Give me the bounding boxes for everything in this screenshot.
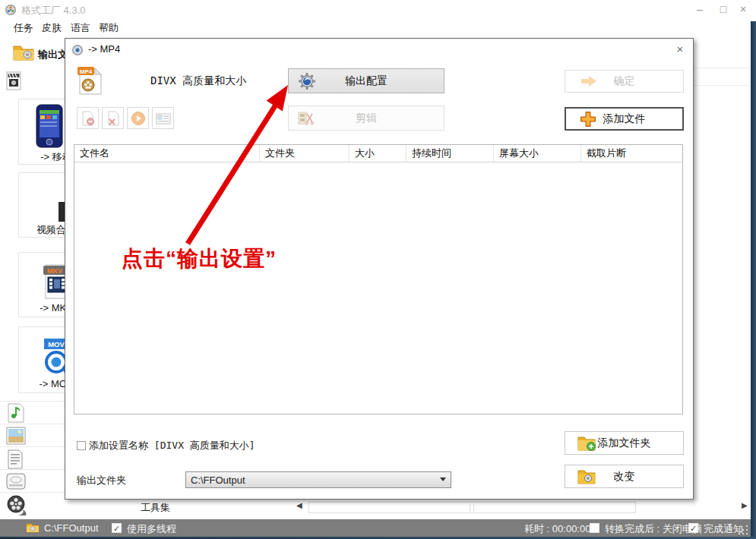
column-screen-size[interactable]: 屏幕大小	[494, 145, 581, 162]
menu-help[interactable]: 帮助	[99, 21, 119, 35]
play-preview-button[interactable]	[127, 107, 149, 129]
add-folder-icon	[577, 435, 597, 452]
output-folder-combobox[interactable]: C:\FFOutput	[185, 471, 451, 488]
app-logo-icon	[5, 4, 17, 16]
music-note-icon	[7, 403, 25, 423]
desktop-edge-right	[751, 21, 756, 539]
notify-label[interactable]: 完成通知	[704, 522, 743, 536]
file-table-header: 文件名 文件夹 大小 持续时间 屏幕大小 截取片断	[74, 145, 682, 162]
file-table: 文件名 文件夹 大小 持续时间 屏幕大小 截取片断	[74, 144, 683, 414]
output-folder-label: 输出文件夹	[77, 474, 126, 487]
statusbar-folder-icon	[26, 522, 40, 533]
picture-icon	[6, 427, 26, 445]
shutdown-after-checkbox[interactable]	[590, 523, 599, 533]
dialog-title-icon	[71, 44, 84, 56]
remove-file-button[interactable]	[77, 107, 99, 129]
output-config-label: 输出配置	[345, 74, 387, 88]
change-folder-button[interactable]: 改变	[565, 465, 684, 488]
category-rom-device[interactable]	[0, 471, 65, 493]
elapsed-time: 耗时 : 00:00:00	[524, 522, 590, 536]
mobile-phone-icon	[36, 104, 63, 148]
output-config-button[interactable]: 输出配置	[288, 68, 444, 93]
minimize-button[interactable]: –	[690, 0, 710, 19]
clip-button[interactable]: 剪辑	[288, 106, 444, 131]
dialog-close-button[interactable]: ×	[672, 42, 688, 57]
column-duration[interactable]: 持续时间	[406, 145, 494, 162]
add-folder-label: 添加文件夹	[598, 437, 651, 450]
multithread-checkbox[interactable]: ✓	[112, 523, 122, 533]
film-reel-icon	[6, 494, 27, 517]
mp4-settings-dialog: -> MP4 × MP4 DIVX 高质量和大小	[65, 38, 694, 500]
category-video[interactable]	[0, 493, 65, 519]
add-file-button[interactable]: 添加文件	[565, 107, 684, 131]
resize-grip[interactable]	[739, 525, 748, 534]
column-filename[interactable]: 文件名	[74, 145, 260, 162]
preset-name: DIVX 高质量和大小	[150, 74, 246, 88]
menu-language[interactable]: 语言	[71, 21, 90, 35]
film-clapper-icon	[6, 71, 23, 91]
video-category-tab[interactable]	[6, 71, 26, 93]
ok-label: 确定	[614, 74, 635, 88]
clip-scissors-icon	[298, 111, 315, 126]
category-picture[interactable]	[0, 425, 65, 448]
menu-skin[interactable]: 皮肤	[42, 21, 62, 35]
statusbar-output-path[interactable]: C:\FFOutput	[44, 522, 99, 534]
maximize-button[interactable]: □	[713, 0, 733, 19]
mp4-badge: MP4	[80, 68, 93, 75]
clip-label: 剪辑	[356, 112, 377, 125]
clear-list-button[interactable]	[102, 107, 124, 129]
add-setting-label[interactable]: 添加设置名称 [DIVX 高质量和大小]	[89, 439, 255, 452]
clear-list-icon	[106, 111, 121, 126]
column-size[interactable]: 大小	[350, 145, 406, 162]
rom-device-icon	[6, 473, 26, 490]
category-document[interactable]	[0, 448, 65, 471]
play-icon	[131, 111, 146, 126]
mov-badge: MOV	[48, 340, 65, 348]
menu-task[interactable]: 任务	[14, 21, 33, 35]
close-button[interactable]: ×	[733, 0, 753, 19]
statusbar: C:\FFOutput ✓ 使用多线程 耗时 : 00:00:00 转换完成后 …	[0, 519, 756, 537]
category-audio[interactable]	[0, 402, 65, 424]
chevron-down-icon[interactable]	[440, 478, 446, 481]
add-file-label: 添加文件	[603, 112, 646, 126]
column-folder[interactable]: 文件夹	[260, 145, 350, 162]
file-info-button[interactable]	[152, 107, 174, 129]
change-label: 改变	[614, 470, 635, 484]
menubar: 任务 皮肤 语言 帮助	[0, 19, 756, 36]
change-folder-icon	[577, 468, 597, 485]
add-setting-checkbox[interactable]	[77, 441, 86, 450]
output-folder-value: C:\FFOutput	[191, 474, 245, 486]
file-info-icon	[156, 111, 171, 126]
shutdown-after-label[interactable]: 转换完成后 : 关闭电脑	[605, 522, 702, 536]
add-folder-button[interactable]: 添加文件夹	[565, 431, 684, 455]
mkv-badge: MKV	[47, 267, 62, 275]
folder-icon	[12, 43, 35, 61]
window-title: 格式工厂 4.3.0	[21, 4, 86, 17]
desktop: 格式工厂 4.3.0 – □ × 任务 皮肤 语言 帮助 输出文	[0, 0, 756, 539]
ok-button[interactable]: 确定	[565, 70, 684, 93]
notify-checkbox[interactable]: ✓	[688, 523, 698, 533]
mp4-file-icon: MP4	[77, 66, 102, 95]
hscroll-left-arrow[interactable]: ◀	[296, 501, 302, 509]
plus-icon	[580, 111, 596, 128]
hscroll-thumb[interactable]	[308, 502, 636, 513]
hscroll-right-arrow[interactable]: ▶	[742, 501, 748, 509]
titlebar: 格式工厂 4.3.0 – □ ×	[0, 0, 756, 19]
dialog-title: -> MP4	[88, 43, 120, 55]
output-folder-toolbar-label: 输出文	[38, 48, 68, 61]
column-clip[interactable]: 截取片断	[581, 145, 682, 162]
arrow-right-icon	[580, 75, 597, 87]
toolset-tab[interactable]: 工具集	[141, 501, 170, 515]
document-icon	[7, 449, 24, 469]
multithread-label[interactable]: 使用多线程	[127, 522, 176, 536]
gear-icon	[298, 72, 316, 90]
remove-file-icon	[81, 111, 96, 126]
